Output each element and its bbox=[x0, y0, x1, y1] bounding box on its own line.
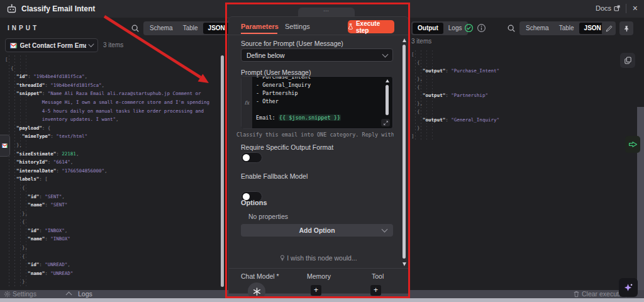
input-source-label: Get Contact Form Emails bbox=[20, 42, 86, 49]
gear-icon bbox=[4, 291, 11, 298]
editor-scrollbar[interactable] bbox=[386, 85, 389, 115]
code-line: "id": "SENT", bbox=[5, 193, 218, 201]
trash-icon bbox=[574, 291, 579, 298]
drag-dots-icon: ⋯ bbox=[323, 8, 330, 14]
expand-editor-icon[interactable] bbox=[381, 119, 390, 126]
wish-node-link[interactable]: I wish this node would... bbox=[229, 254, 408, 262]
prompt-preview-text: Classify this email into ONE category. R… bbox=[236, 131, 394, 138]
tab-json[interactable]: JSON bbox=[203, 23, 230, 34]
code-line: "name": "UNREAD" bbox=[5, 269, 218, 278]
code-line bbox=[256, 106, 380, 114]
code-line: { bbox=[5, 64, 218, 73]
code-line: }, bbox=[411, 99, 625, 108]
search-icon[interactable] bbox=[131, 24, 140, 33]
code-line: "id": "INBOX", bbox=[5, 226, 218, 235]
search-icon[interactable] bbox=[507, 24, 516, 33]
output-items-count: 3 items bbox=[411, 38, 431, 45]
code-line: }, bbox=[5, 210, 218, 218]
no-properties-text: No properties bbox=[248, 213, 288, 220]
active-tab-underline bbox=[241, 33, 277, 34]
code-line: "mimeType": "text/html" bbox=[5, 132, 218, 141]
code-line: Email: {{ $json.snippet }} bbox=[256, 114, 380, 122]
tab-schema[interactable]: Schema bbox=[145, 23, 178, 34]
panel-scrollbar[interactable] bbox=[402, 45, 406, 259]
add-memory-button[interactable]: + bbox=[311, 285, 321, 296]
tab-output[interactable]: Output bbox=[413, 23, 443, 34]
code-line: "id": "UNREAD", bbox=[5, 260, 218, 269]
tab-settings[interactable]: Settings bbox=[285, 23, 310, 30]
docs-link[interactable]: Docs bbox=[596, 4, 620, 12]
input-json-code: [ { "id": "19b4be4fd181f5ca", "threadId"… bbox=[5, 55, 218, 288]
code-line: "payload": { bbox=[5, 124, 218, 133]
code-line: { bbox=[411, 83, 625, 91]
code-line: } bbox=[5, 277, 218, 286]
scroll-up-arrow-icon[interactable] bbox=[386, 79, 389, 82]
code-line: }, bbox=[5, 243, 218, 252]
code-line: "output": "Purchase_Intent" bbox=[411, 67, 625, 75]
input-source-select[interactable]: Get Contact Form Emails bbox=[5, 38, 98, 52]
options-heading: Options bbox=[241, 199, 267, 206]
chat-model-label: Chat Model * bbox=[241, 272, 279, 280]
execute-step-button[interactable]: Execute step bbox=[348, 20, 394, 33]
code-line: - General_Inquiry bbox=[256, 81, 380, 89]
chat-model-node[interactable] bbox=[248, 282, 265, 300]
input-items-count: 3 items bbox=[103, 42, 123, 48]
copy-output-button[interactable] bbox=[620, 53, 635, 68]
pin-data-button[interactable] bbox=[619, 21, 633, 35]
output-logs-tabs: Output Logs bbox=[411, 21, 468, 35]
settings-link[interactable]: Settings bbox=[13, 290, 36, 298]
code-line: "output": "General_Inquiry" bbox=[411, 116, 625, 124]
info-icon[interactable] bbox=[477, 23, 486, 33]
success-check-icon bbox=[464, 23, 474, 33]
ai-assistant-button[interactable] bbox=[619, 278, 638, 297]
output-view-tabs: Schema Table JSON bbox=[519, 21, 608, 35]
code-line: { bbox=[411, 59, 625, 67]
code-line: "threadId": "19b4be4fd181f5ca", bbox=[5, 81, 218, 90]
fx-icon: fx bbox=[242, 77, 252, 128]
code-line: { bbox=[411, 108, 625, 116]
screen-edge bbox=[0, 298, 644, 302]
tab-table[interactable]: Table bbox=[178, 23, 203, 34]
scroll-up-arrow-icon[interactable] bbox=[402, 38, 406, 42]
code-line: [ bbox=[5, 55, 218, 64]
chevron-up-icon[interactable] bbox=[66, 292, 72, 298]
input-connector-stub[interactable] bbox=[0, 135, 10, 157]
add-option-button[interactable]: Add Option bbox=[241, 224, 393, 237]
require-output-format-toggle[interactable] bbox=[241, 152, 262, 163]
tool-label: Tool bbox=[372, 272, 384, 280]
code-line: ] bbox=[411, 132, 625, 140]
code-line: - Purchase_Intent bbox=[256, 76, 380, 81]
prompt-code: - Purchase_Intent- General_Inquiry- Part… bbox=[256, 76, 380, 122]
code-line: "id": "19b4be4fd181f5ca", bbox=[5, 72, 218, 81]
code-line: }, bbox=[411, 75, 625, 83]
sparkle-icon bbox=[623, 282, 634, 293]
source-for-prompt-label: Source for Prompt (User Message) bbox=[241, 40, 343, 47]
output-connector[interactable] bbox=[625, 136, 640, 153]
code-line: "snippet": "Name Ali Raza Email ali.raza… bbox=[5, 89, 218, 98]
code-line: "name": "SENT" bbox=[5, 201, 218, 210]
copy-icon bbox=[625, 57, 631, 64]
tab-schema[interactable]: Schema bbox=[521, 23, 554, 34]
close-button[interactable]: × bbox=[633, 3, 638, 13]
code-line: "output": "Partnership" bbox=[411, 91, 625, 99]
tab-logs[interactable]: Logs bbox=[443, 23, 467, 34]
edit-output-button[interactable] bbox=[602, 21, 616, 35]
code-line: "historyId": "6614", bbox=[5, 158, 218, 167]
lightbulb-icon bbox=[280, 255, 285, 261]
prompt-expression-editor[interactable]: fx - Purchase_Intent- General_Inquiry- P… bbox=[241, 76, 393, 129]
output-panel: Output Logs Schema Table JSON bbox=[409, 18, 644, 290]
gmail-icon bbox=[10, 43, 17, 48]
code-line: - Other bbox=[256, 98, 380, 106]
divider bbox=[626, 4, 626, 13]
scroll-down-arrow-icon[interactable] bbox=[402, 262, 406, 266]
source-for-prompt-select[interactable]: Define below bbox=[241, 48, 393, 62]
add-tool-button[interactable]: + bbox=[370, 285, 381, 296]
pencil-icon bbox=[606, 25, 613, 32]
code-line: Message Hi, I own a small e-commerce sto… bbox=[5, 98, 218, 107]
tab-table[interactable]: Table bbox=[554, 23, 579, 34]
tab-parameters[interactable]: Parameters bbox=[241, 23, 279, 30]
divider bbox=[229, 268, 408, 269]
logs-toggle[interactable]: Logs bbox=[78, 290, 92, 298]
input-scrollbar[interactable] bbox=[221, 55, 224, 287]
fallback-model-label: Enable Fallback Model bbox=[241, 172, 308, 180]
